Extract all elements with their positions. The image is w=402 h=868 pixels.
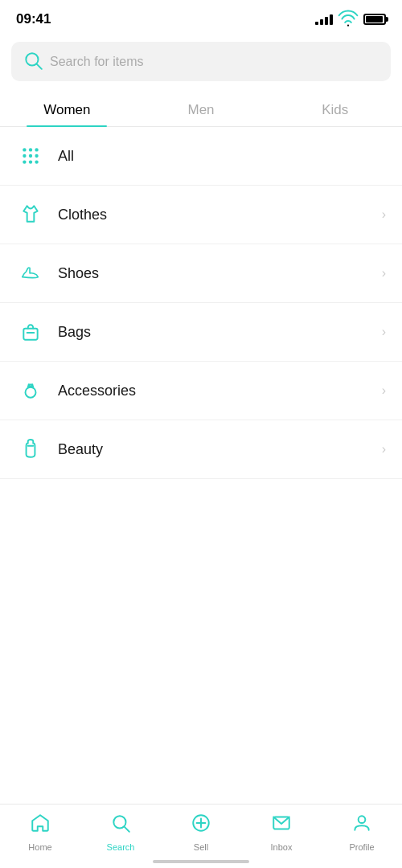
svg-point-9 bbox=[23, 160, 26, 163]
chevron-icon: › bbox=[382, 442, 386, 457]
status-bar: 09:41 bbox=[0, 0, 402, 35]
search-nav-icon bbox=[110, 813, 131, 838]
nav-item-home[interactable]: Home bbox=[16, 813, 64, 852]
sell-icon bbox=[191, 813, 211, 838]
dress-icon bbox=[16, 200, 45, 229]
chevron-icon: › bbox=[382, 383, 386, 398]
category-item-clothes[interactable]: Clothes › bbox=[0, 186, 402, 244]
category-label-accessories: Accessories bbox=[58, 383, 382, 399]
search-placeholder: Search for items bbox=[50, 55, 143, 69]
battery-icon bbox=[363, 14, 386, 25]
dots-grid-icon bbox=[16, 141, 45, 170]
nav-label-inbox: Inbox bbox=[271, 842, 293, 852]
tab-men[interactable]: Men bbox=[134, 92, 269, 126]
wifi-icon bbox=[338, 8, 359, 31]
chevron-icon: › bbox=[382, 325, 386, 339]
tab-women[interactable]: Women bbox=[0, 92, 134, 126]
home-icon bbox=[30, 813, 51, 838]
shoe-icon bbox=[16, 259, 45, 288]
svg-point-24 bbox=[359, 816, 366, 823]
nav-label-sell: Sell bbox=[194, 842, 208, 852]
svg-point-4 bbox=[29, 148, 32, 151]
svg-point-8 bbox=[35, 154, 38, 158]
svg-point-0 bbox=[347, 24, 349, 26]
search-bar[interactable]: Search for items bbox=[11, 42, 391, 81]
svg-point-6 bbox=[23, 154, 26, 158]
home-indicator bbox=[153, 860, 249, 863]
category-item-beauty[interactable]: Beauty › bbox=[0, 420, 402, 479]
bag-icon bbox=[16, 317, 45, 346]
signal-icon bbox=[315, 14, 333, 25]
category-label-all: All bbox=[58, 148, 386, 165]
category-label-bags: Bags bbox=[58, 324, 382, 341]
beauty-icon bbox=[16, 435, 45, 464]
nav-item-sell[interactable]: Sell bbox=[177, 813, 225, 852]
svg-line-2 bbox=[37, 64, 42, 69]
nav-label-profile: Profile bbox=[349, 842, 374, 852]
category-list: All Clothes › Shoes › Bags › bbox=[0, 127, 402, 479]
svg-point-5 bbox=[35, 148, 38, 151]
svg-point-10 bbox=[29, 160, 32, 163]
chevron-icon: › bbox=[382, 207, 386, 222]
svg-rect-12 bbox=[23, 329, 37, 340]
category-item-shoes[interactable]: Shoes › bbox=[0, 244, 402, 303]
category-label-clothes: Clothes bbox=[58, 207, 382, 223]
svg-point-7 bbox=[29, 154, 32, 158]
svg-point-3 bbox=[23, 148, 26, 151]
tab-kids[interactable]: Kids bbox=[268, 92, 402, 126]
category-tabs: Women Men Kids bbox=[0, 92, 402, 127]
category-item-bags[interactable]: Bags › bbox=[0, 303, 402, 362]
category-item-accessories[interactable]: Accessories › bbox=[0, 362, 402, 420]
svg-point-11 bbox=[35, 160, 38, 163]
category-item-all[interactable]: All bbox=[0, 127, 402, 186]
nav-label-search: Search bbox=[107, 842, 135, 852]
svg-line-19 bbox=[125, 827, 129, 832]
status-icons bbox=[315, 8, 386, 31]
inbox-icon bbox=[271, 813, 292, 838]
svg-point-14 bbox=[26, 387, 36, 398]
nav-item-inbox[interactable]: Inbox bbox=[257, 813, 306, 852]
nav-label-home: Home bbox=[28, 842, 51, 852]
category-label-beauty: Beauty bbox=[58, 441, 382, 458]
category-label-shoes: Shoes bbox=[58, 265, 382, 282]
status-time: 09:41 bbox=[16, 11, 51, 27]
search-icon bbox=[23, 50, 43, 73]
nav-item-profile[interactable]: Profile bbox=[338, 813, 386, 852]
profile-icon bbox=[351, 813, 372, 838]
ring-icon bbox=[16, 376, 45, 405]
bottom-nav: Home Search Sell Inbox bbox=[0, 804, 402, 868]
chevron-icon: › bbox=[382, 266, 386, 280]
nav-item-search[interactable]: Search bbox=[96, 813, 145, 852]
